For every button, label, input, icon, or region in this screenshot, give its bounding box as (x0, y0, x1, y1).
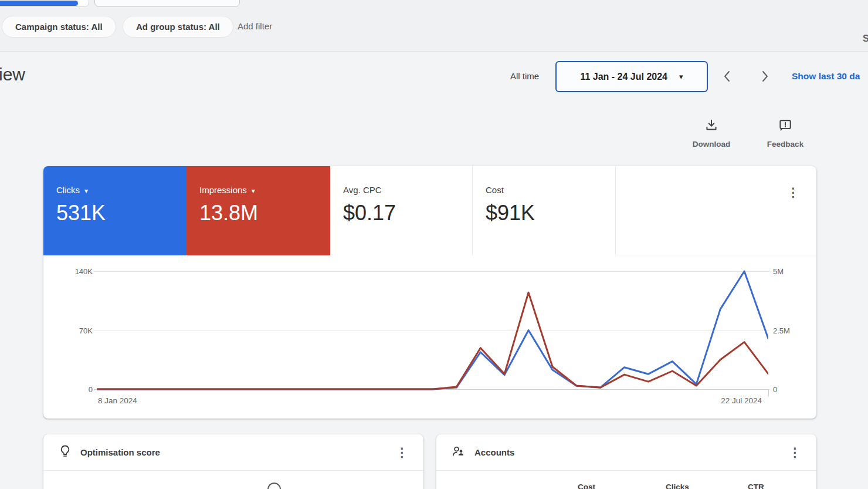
accounts-column-cost: Cost (578, 483, 595, 489)
chevron-down-icon: ▾ (679, 72, 683, 81)
accounts-menu-button[interactable]: ⋮ (789, 445, 801, 460)
filter-bar: Campaign status: All Ad group status: Al… (0, 0, 868, 52)
accounts-card: Accounts ⋮ Cost Clicks CTR (436, 434, 816, 489)
right-axis-tick-5m: 5M (773, 267, 802, 276)
accounts-header: Accounts ⋮ (436, 434, 816, 471)
ad-group-status-filter-chip[interactable]: Ad group status: All (123, 16, 233, 38)
scorecard-cost-value: $91K (486, 201, 615, 225)
optimisation-score-card: Optimisation score ⋮ (43, 434, 423, 489)
lightbulb-icon (59, 444, 72, 461)
right-axis-tick-2-5m: 2.5M (773, 326, 802, 335)
x-axis-end-tick (768, 389, 769, 396)
chart-lines-svg[interactable] (97, 268, 768, 394)
scorecard-avg-cpc-label: Avg. CPC (343, 185, 382, 195)
accounts-column-ctr: CTR (748, 483, 764, 489)
accounts-column-clicks: Clicks (666, 483, 689, 489)
x-axis-label-end: 22 Jul 2024 (703, 396, 762, 405)
chevron-down-icon: ▾ (252, 187, 255, 195)
chevron-down-icon: ▾ (84, 187, 88, 195)
performance-chart-card: Clicks▾ 531K Impressions▾ 13.8M Avg. CPC… (43, 166, 816, 419)
right-axis-tick-0: 0 (773, 385, 802, 394)
next-period-button[interactable] (760, 69, 770, 83)
chart-card-menu-button[interactable]: ⋮ (787, 185, 799, 200)
scorecard-cost-label: Cost (486, 185, 504, 195)
ad-group-status-filter-label: Ad group status: All (136, 22, 220, 32)
score-gauge-partial (267, 483, 281, 489)
scorecard-clicks[interactable]: Clicks▾ 531K (43, 166, 187, 255)
scorecard-strip: Clicks▾ 531K Impressions▾ 13.8M Avg. CPC… (43, 166, 816, 255)
download-button[interactable]: Download (690, 118, 733, 149)
series-clicks-line (97, 271, 768, 389)
feedback-button[interactable]: Feedback (764, 118, 806, 149)
toolbar-control-right-cutoff[interactable] (94, 0, 240, 7)
left-axis-tick-140k: 140K (60, 267, 93, 276)
left-axis-tick-70k: 70K (60, 326, 93, 335)
download-icon (704, 125, 719, 135)
scorecard-avg-cpc-value: $0.17 (343, 201, 472, 225)
scorecard-clicks-value: 531K (56, 201, 187, 225)
left-axis-tick-0: 0 (60, 385, 93, 394)
scorecard-cost[interactable]: Cost $91K (473, 166, 616, 255)
scorecard-impressions-value: 13.8M (199, 201, 330, 225)
people-icon (452, 444, 466, 461)
google-ads-overview-page: { "topbar": { "chips": [ { "label": "Cam… (0, 0, 868, 489)
campaign-status-filter-chip[interactable]: Campaign status: All (2, 16, 116, 38)
page-title-overview-cutoff: iew (0, 65, 25, 85)
date-range-value: 11 Jan - 24 Jul 2024 (580, 72, 667, 82)
scorecard-avg-cpc[interactable]: Avg. CPC $0.17 (330, 166, 473, 255)
campaign-status-filter-label: Campaign status: All (15, 22, 103, 32)
series-impressions-line (97, 292, 768, 389)
date-range-picker[interactable]: 11 Jan - 24 Jul 2024 ▾ (555, 61, 708, 92)
scorecard-impressions-label: Impressions (199, 185, 247, 195)
optimisation-score-header: Optimisation score ⋮ (43, 434, 423, 471)
optimisation-score-menu-button[interactable]: ⋮ (396, 445, 408, 460)
scorecard-impressions[interactable]: Impressions▾ 13.8M (187, 166, 330, 255)
feedback-label: Feedback (764, 140, 806, 149)
show-last-30-days-link[interactable]: Show last 30 da (792, 71, 860, 82)
accounts-title: Accounts (474, 447, 514, 457)
add-filter-button[interactable]: Add filter (238, 21, 272, 31)
active-tab-indicator (0, 1, 78, 6)
optimisation-score-title: Optimisation score (80, 447, 160, 457)
scorecard-clicks-label: Clicks (56, 185, 80, 195)
right-edge-partial-text: S (863, 33, 868, 44)
previous-period-button[interactable] (722, 69, 733, 83)
x-axis-label-start: 8 Jan 2024 (98, 396, 137, 405)
download-label: Download (690, 140, 733, 149)
time-range-label: All time (510, 71, 539, 81)
feedback-icon (778, 125, 793, 135)
